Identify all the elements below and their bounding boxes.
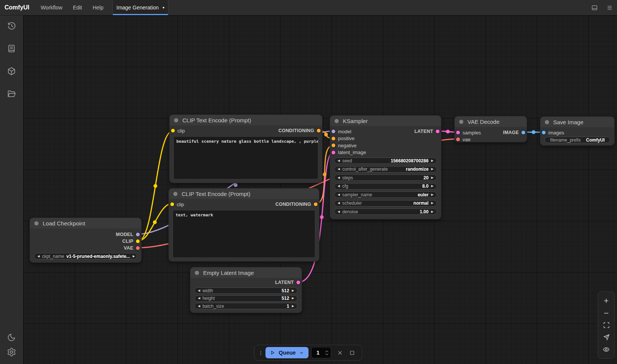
decrement-arrow-icon[interactable]: ◀ (338, 202, 340, 205)
decrement-arrow-icon[interactable]: ◀ (338, 210, 340, 213)
increment-arrow-icon[interactable]: ▶ (431, 193, 433, 196)
toggle-link-visibility-icon[interactable] (603, 346, 610, 353)
output-port-vae[interactable] (136, 246, 140, 250)
zoom-in-icon[interactable] (603, 297, 610, 304)
node-header[interactable]: Empty Latent Image (190, 267, 302, 278)
bottom-panel-icon[interactable] (587, 0, 602, 15)
increment-arrow-icon[interactable]: ▶ (431, 176, 433, 179)
decrement-arrow-icon[interactable]: ◀ (37, 255, 40, 258)
widget-denoise[interactable]: ◀ denoise 1.00 ▶ (334, 208, 437, 215)
output-port-conditioning[interactable] (317, 129, 321, 133)
interrupt-button[interactable] (349, 350, 355, 356)
node-clip-text-encode-negative[interactable]: CLIP Text Encode (Prompt) clip CONDITION… (168, 188, 319, 262)
input-port-samples[interactable] (456, 131, 460, 134)
decrement-arrow-icon[interactable]: ◀ (338, 176, 340, 179)
decrement-arrow-icon[interactable]: ◀ (338, 193, 340, 196)
settings-gear-icon[interactable] (7, 347, 17, 357)
node-collapse-dot[interactable] (335, 119, 339, 123)
output-port-latent[interactable] (296, 281, 300, 284)
menu-help[interactable]: Help (87, 0, 109, 15)
chevron-down-icon[interactable] (299, 350, 304, 355)
decrement-arrow-icon[interactable]: ◀ (338, 168, 340, 171)
widget-steps[interactable]: ◀ steps 20 ▶ (334, 174, 437, 181)
spinner-down-icon[interactable] (325, 353, 329, 356)
input-port-clip[interactable] (170, 202, 174, 206)
increment-arrow-icon[interactable]: ▶ (292, 289, 294, 292)
decrement-arrow-icon[interactable]: ◀ (198, 289, 200, 292)
input-port-vae[interactable] (456, 137, 460, 141)
widget-seed[interactable]: ◀ seed 156680208700286 ▶ (334, 157, 437, 164)
node-collapse-dot[interactable] (174, 118, 178, 122)
spinner-up-icon[interactable] (325, 350, 329, 353)
node-header[interactable]: CLIP Text Encode (Prompt) (169, 188, 319, 199)
increment-arrow-icon[interactable]: ▶ (133, 255, 135, 258)
increment-arrow-icon[interactable]: ▶ (431, 185, 433, 188)
node-library-icon[interactable] (7, 43, 17, 53)
clear-queue-button[interactable] (337, 350, 343, 356)
menu-icon[interactable] (602, 0, 617, 15)
menu-workflow[interactable]: Workflow (35, 0, 68, 15)
select-mode-icon[interactable] (603, 334, 610, 341)
output-port-model[interactable] (136, 233, 140, 236)
zoom-out-icon[interactable] (603, 310, 610, 317)
widget-cfg[interactable]: ◀ cfg 8.0 ▶ (334, 183, 437, 190)
batch-count-input[interactable]: 1 (311, 347, 331, 358)
history-icon[interactable] (7, 21, 17, 31)
widget-filename-prefix[interactable]: filename_prefix ComfyUI (545, 137, 610, 143)
node-collapse-dot[interactable] (195, 271, 199, 275)
node-load-checkpoint[interactable]: Load Checkpoint MODEL CLIP VAE ◀ ckpt_na… (29, 217, 142, 263)
node-collapse-dot[interactable] (173, 192, 177, 196)
input-port-images[interactable] (542, 131, 546, 134)
input-port-positive[interactable] (332, 137, 335, 140)
drag-handle[interactable]: ⋮ (258, 350, 265, 356)
node-header[interactable]: VAE Decode (455, 116, 527, 127)
decrement-arrow-icon[interactable]: ◀ (198, 297, 200, 300)
comfyui-logo[interactable]: ComfyUI (0, 0, 35, 15)
prompt-textarea[interactable]: text, watermark (173, 210, 315, 258)
node-ksampler[interactable]: KSampler model LATENT positive negative … (330, 115, 441, 219)
fit-view-icon[interactable] (603, 322, 610, 329)
node-header[interactable]: Load Checkpoint (30, 218, 141, 228)
decrement-arrow-icon[interactable]: ◀ (338, 159, 340, 162)
output-port-conditioning[interactable] (314, 202, 318, 206)
increment-arrow-icon[interactable]: ▶ (431, 210, 433, 213)
node-header[interactable]: Save Image (540, 117, 614, 127)
node-save-image[interactable]: Save Image images filename_prefix ComfyU… (540, 116, 615, 146)
batch-count-spinner[interactable] (325, 350, 331, 356)
widget-scheduler[interactable]: ◀ scheduler normal ▶ (334, 200, 437, 207)
input-port-model[interactable] (332, 130, 335, 133)
theme-toggle-moon-icon[interactable] (7, 332, 17, 342)
node-clip-text-encode-positive[interactable]: CLIP Text Encode (Prompt) clip CONDITION… (169, 114, 322, 183)
tab-image-generation[interactable]: Image Generation ● (113, 0, 168, 15)
queue-button[interactable]: Queue (265, 347, 308, 358)
output-port-clip[interactable] (136, 239, 140, 243)
increment-arrow-icon[interactable]: ▶ (292, 305, 294, 308)
increment-arrow-icon[interactable]: ▶ (431, 168, 433, 171)
node-collapse-dot[interactable] (459, 120, 463, 124)
widget-width[interactable]: ◀ width 512 ▶ (194, 287, 298, 294)
prompt-textarea[interactable]: beautiful scenery nature glass bottle la… (173, 136, 318, 180)
widget-batch-size[interactable]: ◀ batch_size 1 ▶ (194, 303, 298, 309)
widget-sampler-name[interactable]: ◀ sampler_name euler ▶ (334, 191, 437, 198)
node-graph-canvas[interactable] (23, 15, 617, 364)
node-collapse-dot[interactable] (545, 120, 549, 124)
widget-control-after-generate[interactable]: ◀ control_after_generate randomize ▶ (334, 166, 437, 173)
node-empty-latent-image[interactable]: Empty Latent Image LATENT ◀ width 512 ▶ … (190, 267, 302, 313)
widget-height[interactable]: ◀ height 512 ▶ (194, 295, 298, 302)
input-port-negative[interactable] (332, 143, 335, 147)
decrement-arrow-icon[interactable]: ◀ (198, 305, 200, 308)
input-port-clip[interactable] (171, 129, 175, 133)
increment-arrow-icon[interactable]: ▶ (292, 297, 294, 300)
menu-edit[interactable]: Edit (68, 0, 87, 15)
increment-arrow-icon[interactable]: ▶ (431, 202, 433, 205)
output-port-latent[interactable] (436, 130, 440, 133)
widget-ckpt-name[interactable]: ◀ ckpt_name v1-5-pruned-emaonly.safete..… (34, 253, 137, 259)
node-header[interactable]: KSampler (330, 116, 441, 126)
workflows-folder-icon[interactable] (7, 89, 17, 99)
decrement-arrow-icon[interactable]: ◀ (338, 185, 340, 188)
model-library-icon[interactable] (7, 66, 17, 76)
node-header[interactable]: CLIP Text Encode (Prompt) (170, 115, 322, 125)
increment-arrow-icon[interactable]: ▶ (431, 159, 433, 162)
output-port-image[interactable] (521, 131, 525, 134)
node-collapse-dot[interactable] (34, 221, 39, 225)
